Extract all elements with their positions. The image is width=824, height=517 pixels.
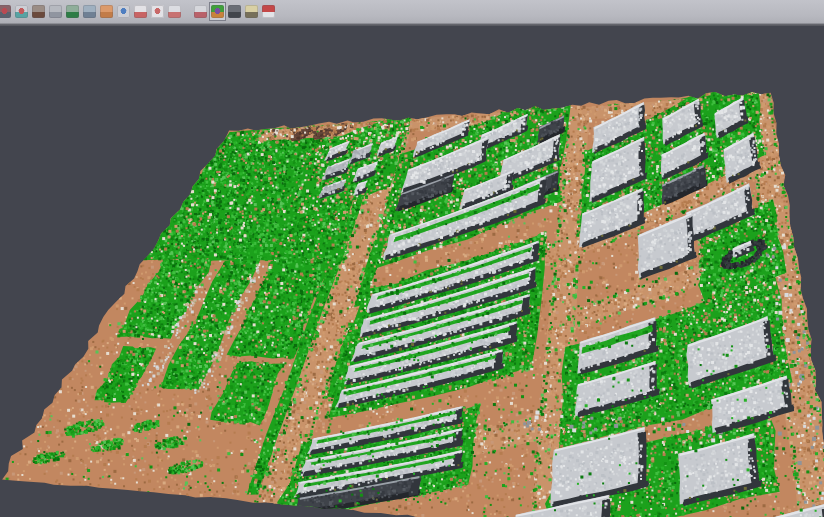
intensity-stripes-button[interactable]	[260, 2, 277, 21]
ortho-image-button[interactable]	[98, 2, 115, 21]
profile-view-button[interactable]	[81, 2, 98, 21]
shaded-sphere-icon	[228, 5, 241, 18]
globe-view-button[interactable]	[115, 2, 132, 21]
elevation-ramp-icon	[245, 5, 258, 18]
rect-select-icon	[168, 5, 181, 18]
terrain-tin-button[interactable]	[30, 2, 47, 21]
ortho-image-icon	[100, 5, 113, 18]
terrain-tin-icon	[32, 5, 45, 18]
layers-list-button[interactable]	[132, 2, 149, 21]
green-surface-icon	[66, 5, 79, 18]
green-surface-button[interactable]	[64, 2, 81, 21]
point-cloud-3d-view[interactable]	[0, 26, 824, 517]
app-window	[0, 0, 824, 517]
viewport	[0, 26, 824, 517]
colored-points-button[interactable]	[13, 2, 30, 21]
classify-points-icon	[0, 5, 11, 18]
classification-colors-icon	[211, 5, 224, 18]
classify-points-button[interactable]	[0, 2, 13, 21]
thin-points-button[interactable]	[47, 2, 64, 21]
classification-colors-button[interactable]	[209, 2, 226, 21]
clip-grid-icon	[194, 5, 207, 18]
circle-select-icon	[151, 5, 164, 18]
elevation-ramp-button[interactable]	[243, 2, 260, 21]
layers-list-icon	[134, 5, 147, 18]
circle-select-button[interactable]	[149, 2, 166, 21]
colored-points-icon	[15, 5, 28, 18]
rect-select-button[interactable]	[166, 2, 183, 21]
shaded-sphere-button[interactable]	[226, 2, 243, 21]
globe-view-icon	[117, 5, 130, 18]
toolbar	[0, 0, 824, 24]
intensity-stripes-icon	[262, 5, 275, 18]
profile-view-icon	[83, 5, 96, 18]
clip-grid-button[interactable]	[192, 2, 209, 21]
thin-points-icon	[49, 5, 62, 18]
